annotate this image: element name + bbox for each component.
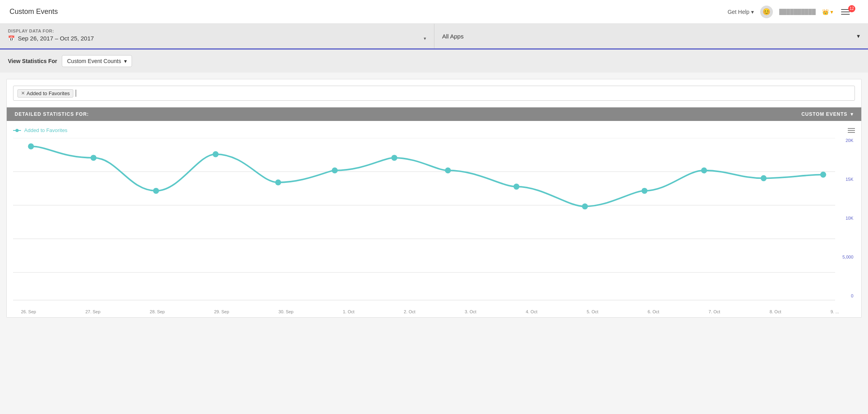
chart-main	[13, 138, 835, 306]
x-label-5oct: 5. Oct	[587, 309, 598, 314]
svg-point-15	[582, 203, 588, 209]
crown-dropdown[interactable]: 👑 ▾	[822, 9, 833, 15]
stats-chevron-down-icon: ▾	[124, 58, 127, 64]
page-title: Custom Events	[10, 8, 58, 16]
date-chevron-down-icon: ▾	[424, 36, 426, 41]
x-label-29sep: 29. Sep	[214, 309, 229, 314]
detailed-stats-header: DETAILED STATISTICS FOR: CUSTOM EVENTS ▾	[7, 107, 861, 121]
y-axis-label-20k: 20K	[835, 138, 853, 143]
display-data-label: DISPLAY DATA FOR:	[8, 29, 426, 33]
calendar-icon: 📅	[8, 35, 15, 42]
svg-point-6	[28, 144, 34, 150]
crown-icon: 👑	[822, 9, 829, 15]
svg-point-9	[212, 151, 218, 157]
username-label: ██████████	[779, 9, 816, 15]
avatar[interactable]: 😊	[760, 6, 773, 18]
svg-point-10	[275, 179, 281, 185]
chart-legend: Added to Favorites	[13, 127, 855, 133]
svg-point-8	[153, 188, 159, 194]
x-label-4oct: 4. Oct	[526, 309, 537, 314]
svg-point-12	[391, 155, 397, 161]
crown-chevron-icon: ▾	[830, 9, 833, 15]
main-content: ✕ Added to Favorites DETAILED STATISTICS…	[6, 79, 862, 318]
x-label-1oct: 1. Oct	[343, 309, 354, 314]
legend-line-icon	[13, 130, 21, 131]
x-label-8oct: 8. Oct	[770, 309, 781, 314]
get-help-button[interactable]: Get Help ▾	[728, 9, 754, 15]
custom-events-dropdown[interactable]: CUSTOM EVENTS ▾	[801, 111, 853, 117]
x-label-26sep: 26. Sep	[21, 309, 36, 314]
detailed-stats-label: DETAILED STATISTICS FOR:	[15, 111, 89, 117]
stats-type-dropdown[interactable]: Custom Event Counts ▾	[62, 55, 132, 67]
svg-point-19	[820, 172, 826, 178]
date-range-value: 📅 Sep 26, 2017 – Oct 25, 2017 ▾	[8, 35, 426, 42]
svg-point-16	[642, 188, 648, 194]
view-stats-label: View Statistics For	[8, 58, 57, 64]
x-label-30sep: 30. Sep	[279, 309, 294, 314]
chevron-down-icon: ▾	[751, 9, 754, 15]
header-actions: Get Help ▾ 😊 ██████████ 👑 ▾ 12	[728, 6, 858, 18]
x-label-3oct: 3. Oct	[465, 309, 476, 314]
x-label-27sep: 27. Sep	[85, 309, 100, 314]
tag-added-to-favorites: ✕ Added to Favorites	[17, 89, 73, 98]
event-search-input[interactable]: ✕ Added to Favorites	[13, 86, 855, 101]
tag-close-icon[interactable]: ✕	[21, 90, 25, 96]
menu-wrap: 12	[839, 8, 858, 16]
svg-point-17	[701, 167, 707, 173]
y-axis-label-15k: 15K	[835, 177, 853, 182]
chart-options-button[interactable]	[848, 128, 855, 133]
apps-chevron-down-icon: ▾	[857, 33, 860, 40]
legend-added-to-favorites[interactable]: Added to Favorites	[13, 127, 67, 133]
y-axis: 20K 15K 10K 5,000 0	[835, 138, 855, 306]
x-label-28sep: 28. Sep	[150, 309, 165, 314]
x-label-6oct: 6. Oct	[648, 309, 659, 314]
notification-badge: 12	[848, 5, 855, 12]
svg-point-18	[761, 175, 767, 181]
header: Custom Events Get Help ▾ 😊 ██████████ 👑 …	[0, 0, 868, 24]
view-stats-bar: View Statistics For Custom Event Counts …	[0, 50, 868, 73]
x-label-7oct: 7. Oct	[709, 309, 720, 314]
x-label-9oct: 9. ...	[830, 309, 839, 314]
svg-point-11	[332, 167, 338, 173]
line-chart	[13, 138, 835, 306]
y-axis-label-0: 0	[835, 293, 853, 298]
svg-point-7	[90, 155, 96, 161]
filter-bar: DISPLAY DATA FOR: 📅 Sep 26, 2017 – Oct 2…	[0, 24, 868, 50]
apps-filter[interactable]: All Apps ▾	[434, 24, 868, 48]
x-label-2oct: 2. Oct	[404, 309, 415, 314]
y-axis-label-10k: 10K	[835, 216, 853, 220]
text-cursor	[76, 90, 76, 97]
y-axis-label-5000: 5,000	[835, 255, 853, 259]
chart-container: 20K 15K 10K 5,000 0	[13, 138, 855, 306]
svg-point-13	[445, 167, 451, 173]
events-chevron-down-icon: ▾	[851, 111, 853, 117]
x-axis-labels: 26. Sep 27. Sep 28. Sep 29. Sep 30. Sep …	[13, 306, 855, 317]
svg-point-14	[513, 184, 519, 190]
tag-input-area: ✕ Added to Favorites	[7, 79, 861, 107]
chart-area: Added to Favorites	[7, 121, 861, 317]
date-filter[interactable]: DISPLAY DATA FOR: 📅 Sep 26, 2017 – Oct 2…	[0, 24, 434, 48]
